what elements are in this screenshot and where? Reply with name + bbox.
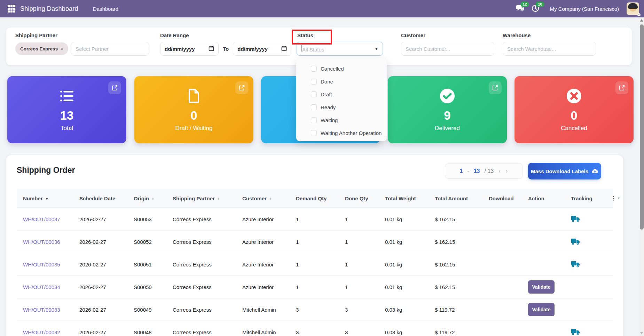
order-number-link[interactable]: WH/OUT/00037 — [17, 216, 73, 222]
calendar-icon[interactable] — [209, 46, 214, 52]
cell-customer: Mitchell Admin — [236, 329, 290, 335]
activities-badge: 10 — [536, 2, 544, 7]
sort-desc-icon[interactable]: ▼ — [45, 197, 49, 201]
mass-download-labels-button[interactable]: Mass Download Labels — [528, 163, 601, 179]
stat-label-delivered: Delivered — [435, 125, 460, 132]
pager-next-icon[interactable]: › — [505, 168, 508, 175]
order-number-link[interactable]: WH/OUT/00035 — [17, 262, 73, 267]
sort-icon[interactable]: ▲▼ — [269, 198, 272, 200]
cell-total-weight: 0.01 kg — [379, 239, 429, 245]
status-option-done[interactable]: Done — [296, 75, 387, 88]
status-option-waiting-another-operation[interactable]: Waiting Another Operation — [296, 127, 387, 139]
date-to-input[interactable]: dd/mm/yyyy — [233, 42, 291, 56]
truck-icon[interactable] — [571, 238, 580, 245]
app-title: Shipping Dashboard — [20, 5, 78, 13]
checkbox[interactable] — [311, 117, 317, 123]
table-header-row: Number▼ Schedule Date Origin▲▼ Shipping … — [17, 189, 613, 208]
top-navbar: Shipping Dashboard Dashboard 12 10 My Co… — [0, 0, 644, 17]
cell-schedule-date: 2026-02-27 — [73, 284, 127, 290]
shipping-partner-tag[interactable]: Correos Express × — [15, 42, 68, 55]
col-customer[interactable]: Customer▲▼ — [236, 195, 290, 201]
cell-done-qty: 1 — [339, 284, 379, 290]
apps-grid-icon[interactable] — [8, 5, 15, 13]
checkbox[interactable] — [311, 91, 317, 97]
status-input[interactable]: All Status ▼ — [297, 42, 383, 56]
status-option-waiting[interactable]: Waiting — [296, 114, 387, 127]
scroll-up-arrow[interactable] — [640, 19, 643, 22]
cell-schedule-date: 2026-02-27 — [73, 262, 127, 267]
pager-prev-icon[interactable]: ‹ — [498, 168, 501, 175]
stat-card-draft-waiting[interactable]: 0 Draft / Waiting — [134, 76, 253, 143]
cell-demand-qty: 3 — [290, 307, 339, 313]
filter-customer: Customer Search Customer... — [401, 32, 494, 56]
calendar-icon[interactable] — [281, 46, 287, 52]
col-number[interactable]: Number▼ — [17, 195, 73, 201]
stat-card-delivered[interactable]: 9 Delivered — [388, 76, 507, 143]
open-records-button[interactable] — [235, 81, 248, 94]
tag-remove-icon[interactable]: × — [61, 46, 63, 51]
cell-customer: Mitchell Admin — [236, 307, 290, 313]
cell-total-amount: $ 162.15 — [429, 216, 482, 222]
messages-icon[interactable]: 12 — [516, 4, 525, 13]
checkbox[interactable] — [311, 104, 317, 110]
col-origin[interactable]: Origin▲▼ — [127, 195, 166, 201]
checkbox[interactable] — [311, 130, 317, 136]
optional-columns-button[interactable]: ⋮▼ — [605, 197, 620, 200]
external-link-icon — [238, 85, 245, 91]
filter-warehouse: Warehouse Search Warehouse... — [503, 32, 596, 56]
validate-button[interactable]: Validate — [528, 280, 555, 294]
external-link-icon — [492, 85, 498, 91]
order-number-link[interactable]: WH/OUT/00033 — [17, 307, 73, 313]
open-records-button[interactable] — [615, 81, 628, 94]
user-avatar[interactable] — [627, 2, 639, 15]
pager-separator: - — [467, 168, 469, 174]
vertical-scrollbar[interactable] — [639, 17, 644, 336]
company-switcher[interactable]: My Company (San Francisco) — [550, 6, 619, 12]
cell-action: Validate — [522, 280, 565, 294]
cell-total-weight: 0.03 kg — [379, 307, 429, 313]
open-records-button[interactable] — [108, 81, 121, 94]
table-row: WH/OUT/00035 2026-02-27 S00051 Correos E… — [17, 253, 613, 276]
checkbox[interactable] — [311, 66, 317, 72]
col-total-weight: Total Weight — [379, 195, 429, 201]
sort-icon[interactable]: ▲▼ — [217, 198, 220, 200]
open-records-button[interactable] — [489, 81, 502, 94]
cell-origin: S00052 — [127, 239, 166, 245]
date-from-input[interactable]: dd/mm/yyyy — [160, 42, 219, 56]
stat-card-cancelled[interactable]: 0 Cancelled — [515, 76, 634, 143]
order-number-link[interactable]: WH/OUT/00036 — [17, 239, 73, 245]
col-action: Action — [522, 195, 565, 201]
col-schedule-date[interactable]: Schedule Date — [73, 195, 127, 201]
chevron-down-icon[interactable]: ▼ — [375, 47, 378, 51]
checkbox[interactable] — [311, 79, 317, 85]
avatar-image — [627, 2, 639, 15]
cell-total-amount: $ 162.15 — [429, 262, 482, 267]
status-option-cancelled[interactable]: Cancelled — [296, 62, 387, 75]
validate-button[interactable]: Validate — [528, 303, 555, 316]
check-circle-icon — [439, 88, 455, 104]
warehouse-input[interactable]: Search Warehouse... — [503, 42, 596, 56]
status-option-draft[interactable]: Draft — [296, 88, 387, 101]
cell-customer: Azure Interior — [236, 239, 290, 245]
menu-dashboard[interactable]: Dashboard — [93, 6, 118, 12]
customer-input[interactable]: Search Customer... — [401, 42, 494, 56]
order-number-link[interactable]: WH/OUT/00032 — [17, 329, 73, 335]
order-number-link[interactable]: WH/OUT/00034 — [17, 284, 73, 290]
shipping-partner-input[interactable]: Select Partner — [71, 42, 149, 56]
activities-icon[interactable]: 10 — [531, 4, 540, 13]
pager: 1 - 13 / 13 ‹ › — [445, 163, 523, 179]
pager-end[interactable]: 13 — [474, 168, 480, 174]
scrollbar-thumb[interactable] — [640, 24, 644, 230]
status-option-ready[interactable]: Ready — [296, 101, 387, 114]
stat-label-cancelled: Cancelled — [561, 125, 587, 132]
sort-icon[interactable]: ▲▼ — [151, 198, 154, 200]
col-download: Download — [482, 195, 522, 201]
truck-icon[interactable] — [571, 328, 580, 336]
stat-card-total[interactable]: 13 Total — [7, 76, 126, 143]
stat-label-total: Total — [61, 125, 73, 132]
truck-icon[interactable] — [571, 260, 580, 268]
col-shipping-partner[interactable]: Shipping Partner▲▼ — [166, 195, 236, 201]
pager-start[interactable]: 1 — [460, 168, 463, 174]
scroll-down-arrow[interactable] — [640, 332, 643, 334]
truck-icon[interactable] — [571, 215, 580, 223]
